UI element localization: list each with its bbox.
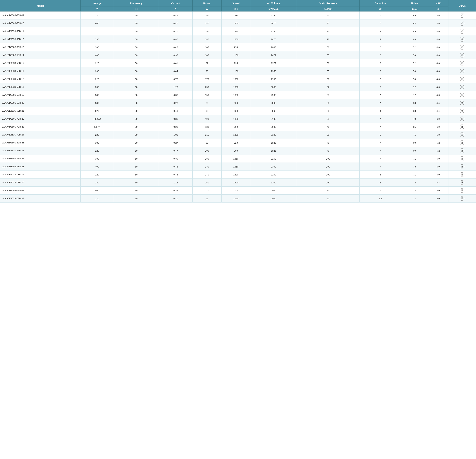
cell-air_volume: 2350 — [250, 27, 297, 35]
cell-curve: ⑧ — [448, 75, 476, 83]
curve-value: ⑤ — [460, 53, 464, 57]
col-current: Current — [159, 0, 193, 7]
table-row: LWAA4E350S-5EB-17220500.7817013802935806… — [0, 75, 476, 83]
table-row: LWAA6D350S-5EB-13380500.42105955206350/5… — [0, 43, 476, 51]
cell-nw: 6.0 — [428, 131, 448, 139]
col-frequency: Frequency — [114, 0, 159, 7]
cell-nw: 4.6 — [428, 83, 448, 91]
cell-current: 1.15 — [159, 179, 193, 187]
cell-current: 0.27 — [159, 139, 193, 147]
cell-voltage: 230 — [81, 35, 114, 43]
cell-frequency: 50 — [114, 91, 159, 99]
cell-noise: 52 — [401, 43, 428, 51]
cell-speed: 1380 — [221, 75, 250, 83]
cell-frequency: 50 — [114, 107, 159, 115]
cell-capacitor: / — [360, 43, 401, 51]
cell-frequency: 50 — [114, 75, 159, 83]
cell-current: 0.32 — [159, 51, 193, 59]
col-power: Power — [193, 0, 221, 7]
cell-static_pressure: 80 — [297, 107, 360, 115]
curve-value: ⑮ — [460, 180, 464, 185]
cell-model: LWAA4D350S-5EB-10 — [0, 19, 81, 27]
cell-curve: ⑦ — [448, 67, 476, 75]
cell-air_volume: 3150 — [250, 155, 297, 163]
table-row: LWAA6E350S-5EB-15220500.4182935197750252… — [0, 59, 476, 67]
cell-current: 0.42 — [159, 43, 193, 51]
cell-air_volume: 2358 — [250, 67, 297, 75]
cell-noise: 60 — [401, 139, 428, 147]
cell-speed: 1400 — [221, 131, 250, 139]
cell-air_volume: 2470 — [250, 35, 297, 43]
cell-current: 0.44 — [159, 67, 193, 75]
cell-voltage: 220 — [81, 107, 114, 115]
table-row: LWAA4E350S-7EB-24220501.0121614003100605… — [0, 131, 476, 139]
table-row: LWAA4E350S-5EB-12230600.8018016002470924… — [0, 35, 476, 43]
cell-air_volume: 2935 — [250, 91, 297, 99]
cell-static_pressure: 90 — [297, 27, 360, 35]
cell-air_volume: 2350 — [250, 11, 297, 19]
cell-curve: ① — [448, 27, 476, 35]
cell-curve: ⑫ — [448, 123, 476, 131]
cell-voltage: 230 — [81, 67, 114, 75]
cell-current: 0.75 — [159, 171, 193, 179]
cell-frequency: 60 — [114, 163, 159, 171]
cell-power: 131 — [193, 123, 221, 131]
cell-speed: 1100 — [221, 187, 250, 194]
cell-curve: ⑩ — [448, 99, 476, 107]
cell-voltage: 220 — [81, 171, 114, 179]
cell-current: 1.20 — [159, 83, 193, 91]
table-row: LWAA4D350S-5EB-09380500.451501380235090/… — [0, 11, 476, 19]
curve-value: ⑯ — [460, 188, 464, 193]
cell-capacitor: / — [360, 123, 401, 131]
cell-air_volume: 1977 — [250, 59, 297, 67]
table-row: LWAA4E350S-5EB-18230601.2025016003080826… — [0, 83, 476, 91]
cell-air_volume: 3100 — [250, 115, 297, 123]
table-row: LWAA4D350S-5EB-19380500.381501390293565/… — [0, 91, 476, 99]
cell-nw: 4.6 — [428, 19, 448, 27]
curve-value: ⑮ — [460, 164, 464, 169]
cell-frequency: 50 — [114, 171, 159, 179]
cell-model: LWAA4D350S-7EB-23 — [0, 123, 81, 131]
cell-speed: 1600 — [221, 83, 250, 91]
cell-speed: 1380 — [221, 11, 250, 19]
curve-value: ⑧ — [460, 77, 464, 81]
curve-value: ① — [460, 13, 464, 18]
cell-speed: 1130 — [221, 51, 250, 59]
cell-current: 0.80 — [159, 35, 193, 43]
cell-power: 90 — [193, 139, 221, 147]
cell-curve: ⑭ — [448, 171, 476, 179]
cell-static_pressure: 92 — [297, 19, 360, 27]
cell-voltage: 400(▲) — [81, 115, 114, 123]
cell-curve: ① — [448, 11, 476, 19]
cell-static_pressure: 100 — [297, 171, 360, 179]
cell-power: 216 — [193, 131, 221, 139]
cell-current: 0.40 — [159, 194, 193, 203]
cell-model: LWAA6E350S-5EB-15 — [0, 59, 81, 67]
sub-air-volume: m³/h(Max) — [250, 7, 297, 11]
curve-value: ④ — [460, 45, 464, 50]
cell-air_volume: 2000 — [250, 194, 297, 203]
table-row: LWAA6D350S-5EB-14400600.321061130247955/… — [0, 51, 476, 59]
cell-nw: 6.0 — [428, 123, 448, 131]
cell-noise: 68 — [401, 19, 428, 27]
cell-capacitor: 2 — [360, 59, 401, 67]
curve-value: ⑬ — [460, 148, 464, 153]
cell-frequency: 50 — [114, 139, 159, 147]
cell-curve: ⑧ — [448, 91, 476, 99]
curve-value: ⑨ — [460, 85, 464, 89]
cell-nw: 4.6 — [428, 91, 448, 99]
cell-model: LWAA4D350S-7EB-27 — [0, 155, 81, 163]
cell-speed: 1600 — [221, 19, 250, 27]
table-row: LWAA6D350S-7EB-31400600.261101100200060/… — [0, 187, 476, 194]
cell-nw: 4.6 — [428, 59, 448, 67]
cell-air_volume: 2000 — [250, 187, 297, 194]
cell-noise: 65 — [401, 123, 428, 131]
cell-voltage: 220 — [81, 27, 114, 35]
cell-air_volume: 2470 — [250, 19, 297, 27]
cell-air_volume: 1925 — [250, 147, 297, 155]
cell-frequency: 50 — [114, 147, 159, 155]
cell-current: 0.36 — [159, 115, 193, 123]
cell-static_pressure: 100 — [297, 163, 360, 171]
cell-power: 190 — [193, 115, 221, 123]
cell-air_volume: 1925 — [250, 139, 297, 147]
